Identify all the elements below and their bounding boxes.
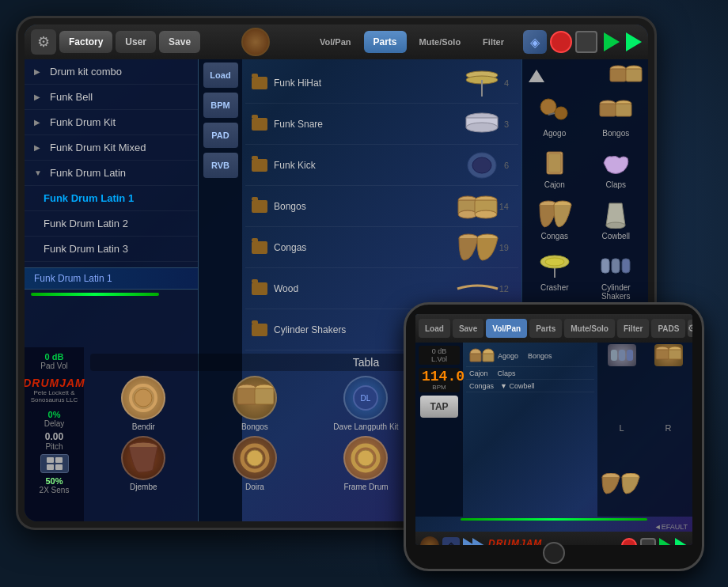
factory-tab[interactable]: Factory [59, 31, 112, 53]
sidebar-item-funkdrumlatin1[interactable]: Funk Drum Latin 1 [25, 186, 198, 211]
phone-settings-icon[interactable]: ⚙ [688, 320, 692, 337]
pad-bongos[interactable]: Bongos [202, 376, 309, 431]
volpan-tab[interactable]: Vol/Pan [310, 31, 361, 53]
phone-mutesolo-tab[interactable]: Mute/Solo [564, 319, 615, 338]
phone-play-icon[interactable] [659, 538, 672, 545]
pad-vol-group: 0 dB Pad Vol [40, 352, 67, 370]
grid-icon[interactable] [40, 454, 69, 473]
phone-back2-icon[interactable] [472, 538, 485, 545]
list-item[interactable]: Funk HiHat 4 [245, 62, 518, 104]
instr-cajon[interactable]: Cajon [525, 144, 584, 192]
instr-claps[interactable]: Claps [587, 144, 646, 192]
sens-group: 50% 2X Sens [40, 476, 70, 494]
svg-rect-53 [55, 457, 63, 463]
phone-brand-label: DRUMJAM [488, 538, 555, 546]
dave-label: Dave Langputh Kit [333, 422, 398, 431]
right-panel-header [525, 62, 645, 89]
djembe-pad-circle [121, 436, 165, 480]
pad-bendir[interactable]: Bendir [90, 376, 197, 431]
phone-play-fast-icon[interactable] [675, 538, 688, 545]
play-icon[interactable] [604, 32, 620, 51]
claps-label: Claps [605, 180, 626, 189]
record-button[interactable] [550, 31, 572, 53]
svg-point-67 [247, 450, 263, 466]
cylinder-shakers-icon [596, 250, 635, 282]
phone-bongos-label: Bongos [528, 352, 552, 360]
svg-rect-72 [470, 354, 481, 362]
phone-lvol-display: 0 dB L.Vol [419, 346, 460, 365]
sidebar-item-funkdrumkit[interactable]: ▶ Funk Drum Kit [25, 110, 198, 135]
list-item[interactable]: Congas 19 [245, 227, 518, 268]
parts-tab[interactable]: Parts [364, 31, 407, 53]
bongos-pad-circle [233, 376, 277, 420]
phone-cube-icon[interactable]: ◈ [442, 537, 460, 545]
svg-rect-74 [483, 354, 494, 362]
phone-instr-grid: L R [597, 343, 692, 517]
right-panel-instruments-row [609, 64, 643, 88]
phone-parts-tab[interactable]: Parts [529, 319, 562, 338]
instr-congas[interactable]: Congas [525, 195, 584, 244]
phone-list-item[interactable]: Congas ▼ Cowbell [466, 381, 594, 392]
phone-save-tab[interactable]: Save [453, 319, 483, 338]
filter-tab[interactable]: Filter [473, 31, 514, 53]
pad-djembe[interactable]: Djembe [90, 436, 197, 491]
phone-instr-cell[interactable] [599, 344, 644, 403]
stop-button[interactable] [575, 31, 597, 53]
svg-point-10 [458, 210, 477, 218]
svg-rect-54 [47, 464, 54, 470]
rvb-button[interactable]: RVB [203, 153, 238, 178]
folder-icon [252, 324, 267, 336]
3d-cube-icon[interactable]: ◈ [523, 30, 547, 54]
phone-load-tab[interactable]: Load [419, 319, 450, 338]
svg-point-57 [135, 389, 152, 407]
sidebar-item-funkdrumlatin3[interactable]: Funk Drum Latin 3 [25, 237, 198, 262]
bpm-button[interactable]: BPM [203, 93, 238, 118]
phone-pads-tab[interactable]: PADS [651, 319, 685, 338]
instr-crasher[interactable]: Crasher [525, 247, 584, 304]
load-button[interactable]: Load [203, 62, 238, 88]
settings-icon[interactable]: ⚙ [31, 29, 56, 55]
phone-filter-tab[interactable]: Filter [617, 319, 649, 338]
bongos-image [456, 191, 499, 222]
phone-list-item[interactable]: Cajon Claps [466, 368, 594, 380]
hihat-image [461, 68, 504, 98]
phone-instr-bongos[interactable] [646, 344, 691, 403]
scroll-up-icon[interactable] [527, 68, 546, 84]
list-item[interactable]: Funk Snare 3 [245, 104, 518, 145]
delay-group: 0% Delay [44, 410, 65, 428]
instr-cylindershakers[interactable]: CylinderShakers [587, 247, 646, 304]
instr-bongos[interactable]: Bongos [587, 93, 646, 141]
phone-congas-row[interactable] [599, 453, 691, 515]
sidebar-item-funkdrumlatin[interactable]: ▼ Funk Drum Latin [25, 161, 198, 186]
svg-point-35 [606, 222, 625, 229]
crasher-icon [535, 250, 574, 282]
phone-list-item[interactable]: Agogo Bongos [466, 346, 594, 367]
sidebar-item-drumkitcombo[interactable]: ▶ Drum kit combo [25, 59, 198, 85]
phone-volpan-tab[interactable]: Vol/Pan [486, 319, 527, 338]
list-item[interactable]: Funk Kick 6 [245, 145, 518, 186]
sidebar-item-funkdrumlatin2[interactable]: Funk Drum Latin 2 [25, 211, 198, 237]
play-fast-icon[interactable] [626, 32, 642, 51]
save-tab[interactable]: Save [159, 31, 200, 53]
brand-label: DRUMJAM [25, 377, 85, 389]
pad-doira[interactable]: Doira [202, 436, 309, 491]
phone-rec-button[interactable] [621, 538, 637, 545]
svg-point-69 [358, 450, 373, 466]
expand-icon: ▶ [34, 93, 44, 102]
svg-rect-59 [237, 388, 256, 404]
phone-home-button[interactable] [543, 542, 565, 564]
sidebar-item-funkdrumkitmixed[interactable]: ▶ Funk Drum Kit Mixed [25, 135, 198, 161]
folder-icon [252, 159, 267, 172]
mutesolo-tab[interactable]: Mute/Solo [410, 31, 471, 53]
phone-tap-button[interactable]: TAP [420, 396, 458, 418]
cajon-icon [535, 147, 574, 179]
phone-device: Load Save Vol/Pan Parts Mute/Solo Filter… [404, 302, 704, 571]
phone-stop-button[interactable] [640, 538, 656, 545]
sidebar-item-funkbell[interactable]: ▶ Funk Bell [25, 85, 198, 110]
list-item[interactable]: Bongos 1 [245, 186, 518, 227]
user-tab[interactable]: User [116, 31, 156, 53]
instr-agogo[interactable]: Agogo [525, 93, 584, 141]
instr-cowbell[interactable]: Cowbell [587, 195, 646, 244]
pad-button[interactable]: PAD [203, 123, 238, 148]
phone-cajon-label: Cajon [469, 369, 488, 377]
